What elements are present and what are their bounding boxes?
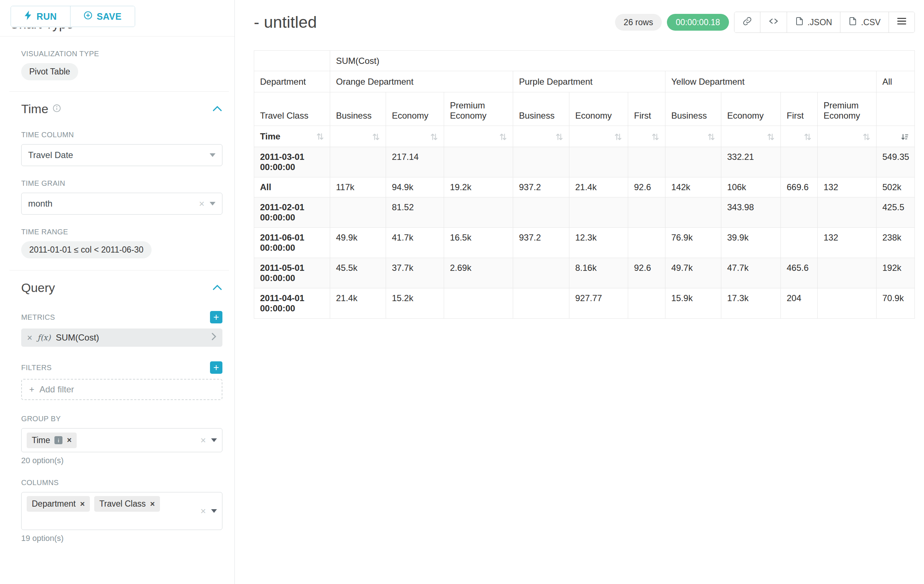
- sort-icon[interactable]: [767, 133, 775, 141]
- pivot-sort-cell[interactable]: [721, 126, 781, 147]
- pivot-cell: 70.9k: [876, 288, 915, 319]
- pivot-cell: 343.98: [721, 197, 781, 228]
- sort-icon[interactable]: [708, 133, 715, 141]
- pivot-class-header: First: [628, 92, 665, 126]
- control-panel-header: Chart Type RUN SAVE: [0, 0, 234, 36]
- pivot-cell: 21.4k: [569, 178, 628, 197]
- pivot-cell: 47.7k: [721, 258, 781, 288]
- pivot-sort-cell[interactable]: [665, 126, 721, 147]
- pivot-cell: [513, 197, 569, 228]
- sort-icon[interactable]: [316, 133, 324, 140]
- columns-select[interactable]: Department × Travel Class × ×: [21, 492, 223, 530]
- pivot-sort-cell[interactable]: [330, 126, 386, 147]
- table-row: 2011-02-01 00:00:0081.52343.98425.5: [254, 197, 915, 228]
- pivot-sort-cell[interactable]: [628, 126, 665, 147]
- sort-active-icon[interactable]: [901, 133, 909, 141]
- sort-icon[interactable]: [556, 133, 563, 141]
- remove-chip-icon[interactable]: ×: [80, 499, 85, 509]
- chart-header: - untitled 26 rows 00:00:00.18: [254, 10, 915, 35]
- time-range-value[interactable]: 2011-01-01 ≤ col < 2011-06-30: [21, 241, 152, 258]
- share-link-button[interactable]: [734, 12, 760, 33]
- pivot-cell: [628, 147, 665, 178]
- pivot-cell: 94.9k: [386, 178, 444, 197]
- columns-chip-travel-class[interactable]: Travel Class ×: [94, 496, 160, 512]
- table-row: 2011-04-01 00:00:0021.4k15.2k927.7715.9k…: [254, 288, 915, 319]
- pivot-cell: 76.9k: [665, 228, 721, 258]
- sort-icon[interactable]: [614, 133, 622, 141]
- sort-icon[interactable]: [863, 133, 870, 141]
- add-filter-button[interactable]: +: [210, 361, 223, 374]
- pivot-class-header: [876, 92, 915, 126]
- pivot-cell: 132: [818, 178, 876, 197]
- time-section-header[interactable]: Time: [21, 102, 223, 116]
- pivot-sort-cell[interactable]: [386, 126, 444, 147]
- code-icon: [769, 17, 779, 28]
- remove-chip-icon[interactable]: ×: [150, 499, 155, 509]
- pivot-cell: 16.5k: [444, 228, 513, 258]
- pivot-row-label: 2011-03-01 00:00:00: [254, 147, 330, 178]
- sort-icon[interactable]: [372, 133, 380, 141]
- clear-icon[interactable]: ×: [201, 506, 206, 516]
- run-save-bar: RUN SAVE: [0, 0, 234, 28]
- pivot-sort-cell[interactable]: [444, 126, 513, 147]
- pivot-sort-cell[interactable]: [513, 126, 569, 147]
- pivot-class-header: Business: [330, 92, 386, 126]
- groupby-select[interactable]: Time i × ×: [21, 428, 223, 452]
- query-section-header[interactable]: Query: [21, 281, 223, 295]
- bolt-icon: [24, 11, 32, 22]
- groupby-chip-time[interactable]: Time i ×: [26, 433, 77, 448]
- pivot-sort-cell[interactable]: [876, 126, 915, 147]
- clear-icon[interactable]: ×: [199, 199, 205, 209]
- add-filter-dropzone[interactable]: + Add filter: [21, 379, 223, 400]
- pivot-sort-cell[interactable]: [781, 126, 818, 147]
- table-row: 2011-03-01 00:00:00217.14332.21549.35: [254, 147, 915, 178]
- chip-label: Department: [32, 499, 76, 509]
- save-button[interactable]: SAVE: [70, 6, 135, 26]
- pivot-row-label: 2011-02-01 00:00:00: [254, 197, 330, 228]
- pivot-cell: 15.9k: [665, 288, 721, 319]
- pivot-class-header: First: [781, 92, 818, 126]
- pivot-row-label: 2011-06-01 00:00:00: [254, 228, 330, 258]
- chart-area: - untitled 26 rows 00:00:00.18: [235, 0, 924, 584]
- sort-icon[interactable]: [430, 133, 438, 141]
- chevron-up-icon[interactable]: [212, 284, 223, 292]
- visualization-type-value[interactable]: Pivot Table: [21, 63, 78, 80]
- more-options-button[interactable]: [889, 12, 914, 33]
- run-button[interactable]: RUN: [11, 6, 70, 26]
- row-count-badge: 26 rows: [615, 14, 662, 31]
- pivot-cell: 192k: [876, 258, 915, 288]
- pivot-sort-cell[interactable]: [569, 126, 628, 147]
- pivot-class-header: Business: [513, 92, 569, 126]
- sort-icon[interactable]: [804, 133, 812, 141]
- time-column-select[interactable]: Travel Date: [21, 144, 223, 166]
- columns-chip-department[interactable]: Department ×: [26, 496, 90, 512]
- time-grain-select[interactable]: month ×: [21, 193, 223, 215]
- visualization-type-label: VISUALIZATION TYPE: [21, 49, 223, 58]
- info-icon: [53, 104, 61, 114]
- chip-label: Time: [32, 436, 50, 445]
- pivot-cell: 549.35: [876, 147, 915, 178]
- sort-icon[interactable]: [652, 133, 659, 141]
- pivot-sort-cell[interactable]: [818, 126, 876, 147]
- export-json-button[interactable]: .JSON: [787, 12, 840, 33]
- pivot-row-axis: Time: [254, 126, 330, 147]
- hamburger-icon: [897, 17, 906, 27]
- link-icon: [742, 16, 752, 28]
- remove-chip-icon[interactable]: ×: [67, 436, 72, 445]
- export-csv-button[interactable]: .CSV: [840, 12, 889, 33]
- clear-icon[interactable]: ×: [201, 436, 206, 445]
- chart-title: - untitled: [254, 13, 317, 32]
- metric-chip[interactable]: × ƒ(x) SUM(Cost): [21, 329, 223, 347]
- pivot-cell: [513, 258, 569, 288]
- chevron-up-icon[interactable]: [212, 105, 223, 114]
- add-metric-button[interactable]: +: [210, 311, 223, 323]
- pivot-cell: [569, 147, 628, 178]
- pivot-cell: [444, 147, 513, 178]
- pivot-cell: 332.21: [721, 147, 781, 178]
- columns-label: COLUMNS: [21, 479, 223, 487]
- view-query-button[interactable]: [760, 12, 787, 33]
- remove-metric-icon[interactable]: ×: [27, 332, 33, 343]
- pivot-cell: [665, 147, 721, 178]
- sort-icon[interactable]: [499, 133, 507, 141]
- pivot-cell: 238k: [876, 228, 915, 258]
